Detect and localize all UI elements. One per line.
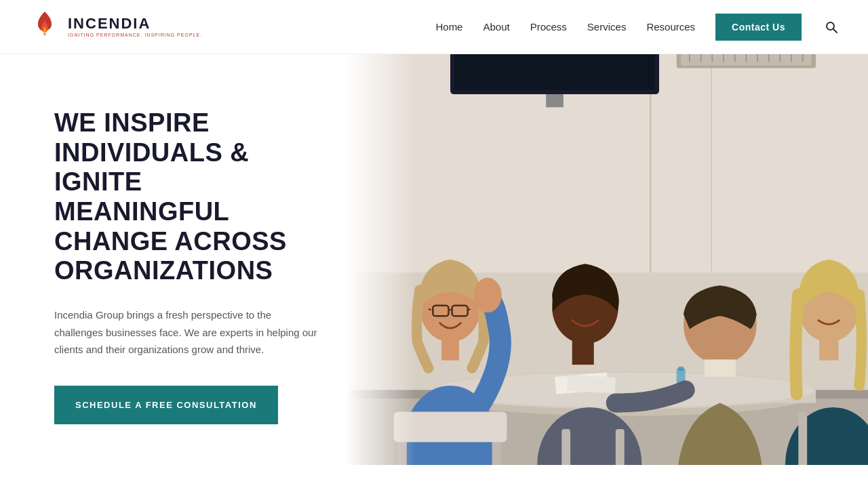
svg-rect-31 — [567, 375, 616, 393]
svg-rect-43 — [572, 340, 594, 365]
svg-rect-48 — [819, 339, 838, 361]
main-nav: Home About Process Services Resources Co… — [435, 14, 841, 41]
svg-rect-29 — [678, 367, 684, 371]
svg-rect-8 — [546, 94, 564, 107]
nav-services[interactable]: Services — [587, 21, 627, 33]
bottom-section: BUSINESS COACHING & CONSULTING WHAT DO W… — [0, 465, 868, 488]
hero-meeting-image — [346, 54, 868, 465]
nav-resources[interactable]: Resources — [646, 21, 695, 33]
logo-name: INCENDIA — [68, 16, 202, 31]
logo[interactable]: INCENDIA IGNITING PERFORMANCE. INSPIRING… — [27, 9, 202, 45]
hero-section: WE INSPIRE INDIVIDUALS & IGNITE MEANINGF… — [0, 54, 868, 465]
contact-us-button[interactable]: Contact Us — [715, 14, 802, 41]
svg-line-37 — [429, 309, 431, 310]
logo-tagline: IGNITING PERFORMANCE. INSPIRING PEOPLE. — [68, 33, 202, 37]
nav-home[interactable]: Home — [435, 21, 462, 33]
search-icon — [825, 20, 838, 34]
svg-rect-45 — [705, 359, 736, 377]
hero-description: Incendia Group brings a fresh perspectiv… — [54, 306, 319, 359]
nav-process[interactable]: Process — [530, 21, 567, 33]
logo-text: INCENDIA IGNITING PERFORMANCE. INSPIRING… — [68, 16, 202, 37]
svg-rect-39 — [441, 339, 459, 361]
logo-flame-icon — [27, 9, 62, 45]
hero-content: WE INSPIRE INDIVIDUALS & IGNITE MEANINGF… — [0, 54, 346, 465]
svg-rect-52 — [798, 411, 807, 464]
hero-title: WE INSPIRE INDIVIDUALS & IGNITE MEANINGF… — [54, 108, 319, 286]
svg-line-1 — [833, 29, 837, 33]
svg-rect-56 — [346, 54, 416, 465]
schedule-consultation-button[interactable]: SCHEDULE A FREE CONSULTATION — [54, 386, 278, 424]
svg-line-38 — [468, 309, 471, 310]
svg-rect-54 — [561, 429, 570, 465]
header: INCENDIA IGNITING PERFORMANCE. INSPIRING… — [0, 0, 868, 54]
hero-image — [346, 54, 868, 465]
svg-rect-7 — [454, 54, 654, 90]
nav-about[interactable]: About — [483, 21, 509, 33]
search-button[interactable] — [822, 18, 841, 37]
svg-rect-55 — [616, 429, 625, 465]
svg-point-40 — [474, 278, 502, 312]
